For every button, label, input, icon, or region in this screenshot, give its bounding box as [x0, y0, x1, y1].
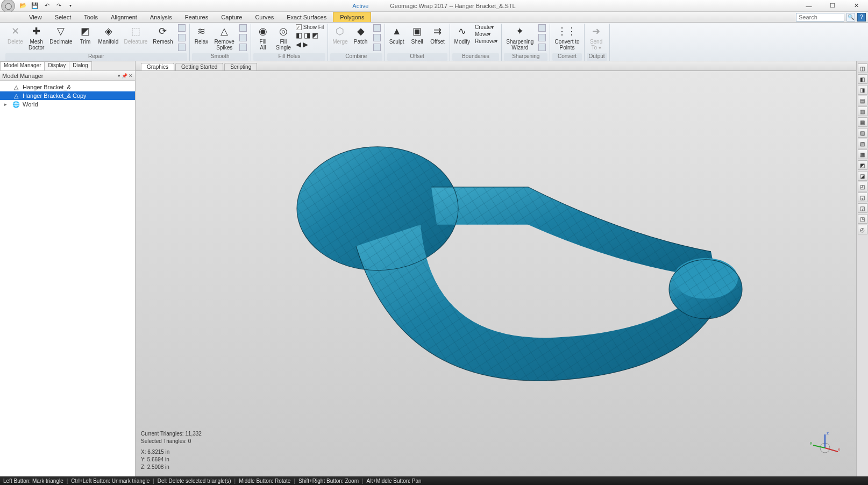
ribbon-menu-create[interactable]: Create▾: [473, 24, 499, 31]
ribbon-remove-button[interactable]: △Remove Spikes: [212, 24, 237, 52]
menu-select[interactable]: Select: [48, 12, 78, 22]
title-bar: ◯ 📂 💾 ↶ ↷ ▾ Active Geomagic Wrap 2017 --…: [0, 0, 868, 12]
fill-mode-icon[interactable]: ◨: [304, 31, 310, 39]
right-tool-10-button[interactable]: ◪: [858, 171, 867, 181]
right-tool-9-button[interactable]: ◩: [858, 160, 867, 170]
redo-button[interactable]: ↷: [54, 1, 63, 11]
ribbon-fill-button[interactable]: ◉Fill All: [253, 24, 273, 52]
ribbon-extra-icon[interactable]: [537, 33, 547, 42]
right-tool-15-button[interactable]: ◴: [858, 225, 867, 234]
ribbon-trim-button[interactable]: ◩Trim: [76, 24, 95, 46]
right-tool-0-button[interactable]: ◫: [858, 63, 867, 73]
menu-alignment[interactable]: Alignment: [104, 12, 144, 22]
app-logo-icon[interactable]: ◯: [1, 0, 15, 13]
left-tab-dialog[interactable]: Dialog: [69, 61, 91, 70]
right-tool-1-button[interactable]: ◧: [858, 74, 867, 84]
viewport-tab-getting-started[interactable]: Getting Started: [175, 63, 223, 70]
checkbox-icon[interactable]: ✓: [296, 24, 302, 30]
search-input[interactable]: [796, 13, 844, 22]
right-tool-11-button[interactable]: ◰: [858, 182, 867, 191]
menu-capture[interactable]: Capture: [215, 12, 248, 22]
ribbon-button-label: Sculpt: [389, 39, 404, 45]
right-tool-5-button[interactable]: ▦: [858, 117, 867, 127]
ribbon-extra-icon[interactable]: [372, 43, 382, 52]
ribbon-modify-button[interactable]: ∿Modify: [452, 24, 472, 46]
ribbon-relax-button[interactable]: ≋Relax: [192, 24, 211, 46]
menu-view[interactable]: View: [23, 12, 48, 22]
tree-item[interactable]: △Hanger Bracket_& Copy: [0, 91, 135, 100]
ribbon-offset-button[interactable]: ⇉Offset: [428, 24, 447, 46]
ribbon-button-label: Mesh Doctor: [29, 39, 44, 51]
open-file-button[interactable]: 📂: [18, 1, 28, 11]
ribbon-manifold-button[interactable]: ◈Manifold: [96, 24, 121, 46]
ribbon-extra-icon[interactable]: [176, 33, 187, 42]
right-tool-13-button[interactable]: ◲: [858, 203, 867, 213]
ribbon-extra-icon[interactable]: [537, 43, 547, 52]
undo-button[interactable]: ↶: [42, 1, 52, 11]
ribbon-convert-to-button[interactable]: ⋮⋮Convert to Points: [552, 24, 581, 52]
right-tool-3-button[interactable]: ▤: [858, 96, 867, 105]
mesh-model[interactable]: [248, 117, 743, 418]
ribbon-extra-icon[interactable]: [238, 43, 248, 52]
close-button[interactable]: ✕: [844, 0, 868, 12]
tree-item[interactable]: △Hanger Bracket_&: [0, 83, 135, 91]
ribbon-extra-icon[interactable]: [537, 24, 547, 32]
sculpt-icon: ▲: [390, 25, 403, 38]
menu-polygons[interactable]: Polygons: [333, 12, 371, 22]
left-tab-display[interactable]: Display: [44, 61, 69, 70]
next-hole-button[interactable]: ▶: [303, 40, 308, 48]
right-tool-7-button[interactable]: ▨: [858, 139, 867, 148]
ribbon-extra-icon[interactable]: [176, 24, 187, 32]
ribbon-patch-button[interactable]: ◆Patch: [351, 24, 371, 46]
right-tool-6-button[interactable]: ▧: [858, 128, 867, 138]
expand-icon[interactable]: ▸: [4, 102, 10, 107]
show-fill-checkbox[interactable]: ✓Show Fil: [294, 24, 325, 31]
save-button[interactable]: 💾: [30, 1, 40, 11]
viewport-tab-graphics[interactable]: Graphics: [141, 63, 174, 70]
panel-pin-icon[interactable]: 📌: [122, 73, 127, 79]
search-icon[interactable]: 🔍: [846, 13, 855, 22]
right-tool-4-button[interactable]: ▥: [858, 106, 867, 116]
ribbon-decimate-button[interactable]: ▽Decimate: [47, 24, 74, 46]
menu-analysis[interactable]: Analysis: [144, 12, 179, 22]
ribbon-extra-icon[interactable]: [238, 33, 248, 42]
minimize-button[interactable]: —: [797, 0, 821, 12]
qat-menu-button[interactable]: ▾: [66, 1, 75, 11]
ribbon-extra-icon[interactable]: [372, 33, 382, 42]
right-tool-12-button[interactable]: ◱: [858, 192, 867, 202]
panel-close-icon[interactable]: ✕: [129, 73, 133, 79]
ribbon-extra-icon[interactable]: [238, 24, 248, 32]
ribbon-remesh-button[interactable]: ⟳Remesh: [151, 24, 175, 46]
maximize-button[interactable]: ☐: [821, 0, 844, 12]
left-panel: Model ManagerDisplayDialog Model Manager…: [0, 61, 136, 476]
ribbon-extra-icon[interactable]: [176, 43, 187, 52]
ribbon-fill-button[interactable]: ◎Fill Single: [274, 24, 293, 52]
menu-curves[interactable]: Curves: [248, 12, 280, 22]
sharpening-icon: ✦: [514, 25, 527, 38]
viewport-tab-scripting[interactable]: Scripting: [224, 63, 257, 70]
ribbon-shell-button[interactable]: ▣Shell: [408, 24, 427, 46]
menu-features[interactable]: Features: [179, 12, 215, 22]
fill-mode-icon[interactable]: ◩: [312, 31, 318, 39]
ribbon-menu-remove[interactable]: Remove▾: [473, 38, 499, 45]
status-separator: |: [67, 478, 68, 484]
ribbon-mesh-button[interactable]: ✚Mesh Doctor: [26, 24, 46, 52]
3d-viewport[interactable]: Current Triangles: 11,332 Selected Trian…: [136, 71, 856, 476]
help-icon[interactable]: ?: [857, 13, 866, 22]
menu-exact-surfaces[interactable]: Exact Surfaces: [280, 12, 333, 22]
left-tab-model-manager[interactable]: Model Manager: [0, 61, 45, 70]
right-tool-2-button[interactable]: ◨: [858, 85, 867, 95]
ribbon-sculpt-button[interactable]: ▲Sculpt: [387, 24, 407, 46]
panel-dropdown-icon[interactable]: ▾: [118, 73, 120, 79]
ribbon-group-label: Fill Holes: [253, 53, 325, 61]
fill-mode-icon[interactable]: ◧: [296, 31, 302, 39]
axis-triad[interactable]: z x y: [809, 429, 841, 461]
tree-item[interactable]: ▸🌐World: [0, 100, 135, 109]
right-tool-8-button[interactable]: ▩: [858, 149, 867, 159]
right-tool-14-button[interactable]: ◳: [858, 214, 867, 224]
ribbon-extra-icon[interactable]: [372, 24, 382, 32]
ribbon-menu-move[interactable]: Move▾: [473, 31, 499, 38]
prev-hole-button[interactable]: ◀: [296, 40, 301, 48]
menu-tools[interactable]: Tools: [77, 12, 104, 22]
ribbon-sharpening-button[interactable]: ✦Sharpening Wizard: [504, 24, 536, 52]
